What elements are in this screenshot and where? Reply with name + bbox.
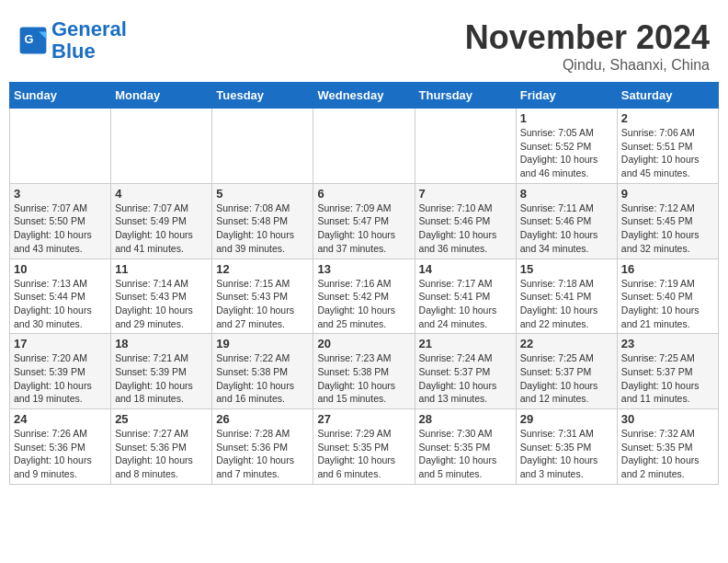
day-info: Sunrise: 7:25 AM Sunset: 5:37 PM Dayligh… [621, 351, 714, 406]
day-info: Sunrise: 7:05 AM Sunset: 5:52 PM Dayligh… [520, 126, 613, 180]
day-number: 8 [520, 187, 613, 201]
calendar-cell: 20Sunrise: 7:23 AM Sunset: 5:38 PM Dayli… [313, 334, 415, 409]
day-info: Sunrise: 7:06 AM Sunset: 5:51 PM Dayligh… [621, 126, 714, 180]
calendar-cell [415, 109, 516, 184]
calendar-cell: 30Sunrise: 7:32 AM Sunset: 5:35 PM Dayli… [617, 409, 718, 485]
day-info: Sunrise: 7:16 AM Sunset: 5:42 PM Dayligh… [317, 277, 410, 331]
calendar-cell: 18Sunrise: 7:21 AM Sunset: 5:39 PM Dayli… [111, 334, 212, 409]
calendar-cell: 5Sunrise: 7:08 AM Sunset: 5:48 PM Daylig… [212, 183, 313, 259]
calendar-cell: 7Sunrise: 7:10 AM Sunset: 5:46 PM Daylig… [415, 183, 516, 259]
title-area: November 2024 Qindu, Shaanxi, China [465, 18, 710, 74]
day-number: 22 [520, 337, 613, 350]
calendar-cell: 10Sunrise: 7:13 AM Sunset: 5:44 PM Dayli… [10, 259, 111, 334]
calendar-cell: 19Sunrise: 7:22 AM Sunset: 5:38 PM Dayli… [212, 334, 313, 409]
weekday-header-sunday: Sunday [10, 83, 111, 109]
day-info: Sunrise: 7:12 AM Sunset: 5:45 PM Dayligh… [621, 201, 714, 256]
logo-line1: General [51, 17, 127, 40]
day-info: Sunrise: 7:31 AM Sunset: 5:35 PM Dayligh… [520, 427, 613, 481]
day-info: Sunrise: 7:30 AM Sunset: 5:35 PM Dayligh… [419, 427, 512, 481]
day-info: Sunrise: 7:27 AM Sunset: 5:36 PM Dayligh… [115, 427, 208, 481]
calendar-cell: 9Sunrise: 7:12 AM Sunset: 5:45 PM Daylig… [617, 183, 718, 259]
calendar-cell: 17Sunrise: 7:20 AM Sunset: 5:39 PM Dayli… [10, 334, 111, 409]
day-info: Sunrise: 7:20 AM Sunset: 5:39 PM Dayligh… [14, 351, 107, 406]
day-number: 3 [14, 187, 107, 201]
svg-text:G: G [24, 32, 33, 46]
day-number: 24 [14, 412, 107, 426]
week-row-1: 1Sunrise: 7:05 AM Sunset: 5:52 PM Daylig… [10, 109, 719, 184]
day-number: 12 [216, 262, 309, 276]
day-number: 18 [115, 337, 208, 350]
weekday-header-saturday: Saturday [617, 83, 718, 109]
day-info: Sunrise: 7:07 AM Sunset: 5:50 PM Dayligh… [14, 201, 107, 256]
day-number: 26 [216, 412, 309, 426]
logo-icon: G [18, 26, 48, 55]
week-row-5: 24Sunrise: 7:26 AM Sunset: 5:36 PM Dayli… [10, 409, 719, 485]
day-info: Sunrise: 7:07 AM Sunset: 5:49 PM Dayligh… [115, 201, 208, 256]
calendar-cell: 26Sunrise: 7:28 AM Sunset: 5:36 PM Dayli… [212, 409, 313, 485]
day-info: Sunrise: 7:17 AM Sunset: 5:41 PM Dayligh… [419, 277, 512, 331]
calendar-cell: 21Sunrise: 7:24 AM Sunset: 5:37 PM Dayli… [415, 334, 516, 409]
day-number: 28 [419, 412, 512, 426]
day-number: 30 [621, 412, 714, 426]
day-info: Sunrise: 7:08 AM Sunset: 5:48 PM Dayligh… [216, 201, 309, 256]
calendar-cell: 8Sunrise: 7:11 AM Sunset: 5:46 PM Daylig… [516, 183, 617, 259]
day-number: 17 [14, 337, 107, 350]
day-info: Sunrise: 7:11 AM Sunset: 5:46 PM Dayligh… [520, 201, 613, 256]
calendar-cell: 13Sunrise: 7:16 AM Sunset: 5:42 PM Dayli… [313, 259, 415, 334]
day-info: Sunrise: 7:09 AM Sunset: 5:47 PM Dayligh… [317, 201, 410, 256]
calendar-cell [212, 109, 313, 184]
month-title: November 2024 [465, 18, 710, 57]
calendar-cell: 23Sunrise: 7:25 AM Sunset: 5:37 PM Dayli… [617, 334, 718, 409]
day-number: 10 [14, 262, 107, 276]
day-info: Sunrise: 7:13 AM Sunset: 5:44 PM Dayligh… [14, 277, 107, 331]
calendar-cell: 11Sunrise: 7:14 AM Sunset: 5:43 PM Dayli… [111, 259, 212, 334]
day-number: 20 [317, 337, 410, 350]
logo-line2: Blue [51, 40, 96, 63]
day-info: Sunrise: 7:14 AM Sunset: 5:43 PM Dayligh… [115, 277, 208, 331]
calendar-cell: 25Sunrise: 7:27 AM Sunset: 5:36 PM Dayli… [111, 409, 212, 485]
day-info: Sunrise: 7:25 AM Sunset: 5:37 PM Dayligh… [520, 351, 613, 406]
calendar-cell: 12Sunrise: 7:15 AM Sunset: 5:43 PM Dayli… [212, 259, 313, 334]
day-info: Sunrise: 7:22 AM Sunset: 5:38 PM Dayligh… [216, 351, 309, 406]
location: Qindu, Shaanxi, China [465, 57, 710, 74]
day-info: Sunrise: 7:18 AM Sunset: 5:41 PM Dayligh… [520, 277, 613, 331]
week-row-4: 17Sunrise: 7:20 AM Sunset: 5:39 PM Dayli… [10, 334, 719, 409]
day-info: Sunrise: 7:21 AM Sunset: 5:39 PM Dayligh… [115, 351, 208, 406]
calendar-cell: 1Sunrise: 7:05 AM Sunset: 5:52 PM Daylig… [516, 109, 617, 184]
calendar-cell [10, 109, 111, 184]
day-info: Sunrise: 7:23 AM Sunset: 5:38 PM Dayligh… [317, 351, 410, 406]
day-number: 2 [621, 111, 714, 125]
calendar-cell [313, 109, 415, 184]
calendar-cell: 16Sunrise: 7:19 AM Sunset: 5:40 PM Dayli… [617, 259, 718, 334]
day-number: 19 [216, 337, 309, 350]
weekday-header-monday: Monday [111, 83, 212, 109]
day-number: 13 [317, 262, 410, 276]
calendar-cell: 24Sunrise: 7:26 AM Sunset: 5:36 PM Dayli… [10, 409, 111, 485]
day-number: 1 [520, 111, 613, 125]
day-info: Sunrise: 7:28 AM Sunset: 5:36 PM Dayligh… [216, 427, 309, 481]
day-number: 23 [621, 337, 714, 350]
day-number: 7 [419, 187, 512, 201]
day-number: 4 [115, 187, 208, 201]
calendar-cell [111, 109, 212, 184]
calendar-cell: 3Sunrise: 7:07 AM Sunset: 5:50 PM Daylig… [10, 183, 111, 259]
calendar-cell: 27Sunrise: 7:29 AM Sunset: 5:35 PM Dayli… [313, 409, 415, 485]
calendar-cell: 28Sunrise: 7:30 AM Sunset: 5:35 PM Dayli… [415, 409, 516, 485]
page-header: G General Blue November 2024 Qindu, Shaa… [9, 9, 719, 78]
weekday-header-thursday: Thursday [415, 83, 516, 109]
weekday-header-friday: Friday [516, 83, 617, 109]
day-info: Sunrise: 7:10 AM Sunset: 5:46 PM Dayligh… [419, 201, 512, 256]
day-info: Sunrise: 7:32 AM Sunset: 5:35 PM Dayligh… [621, 427, 714, 481]
day-number: 11 [115, 262, 208, 276]
day-info: Sunrise: 7:24 AM Sunset: 5:37 PM Dayligh… [419, 351, 512, 406]
calendar-cell: 15Sunrise: 7:18 AM Sunset: 5:41 PM Dayli… [516, 259, 617, 334]
day-info: Sunrise: 7:19 AM Sunset: 5:40 PM Dayligh… [621, 277, 714, 331]
weekday-header-row: SundayMondayTuesdayWednesdayThursdayFrid… [10, 83, 719, 109]
calendar-cell: 4Sunrise: 7:07 AM Sunset: 5:49 PM Daylig… [111, 183, 212, 259]
day-number: 25 [115, 412, 208, 426]
calendar-cell: 14Sunrise: 7:17 AM Sunset: 5:41 PM Dayli… [415, 259, 516, 334]
calendar-cell: 29Sunrise: 7:31 AM Sunset: 5:35 PM Dayli… [516, 409, 617, 485]
weekday-header-tuesday: Tuesday [212, 83, 313, 109]
day-number: 14 [419, 262, 512, 276]
weekday-header-wednesday: Wednesday [313, 83, 415, 109]
